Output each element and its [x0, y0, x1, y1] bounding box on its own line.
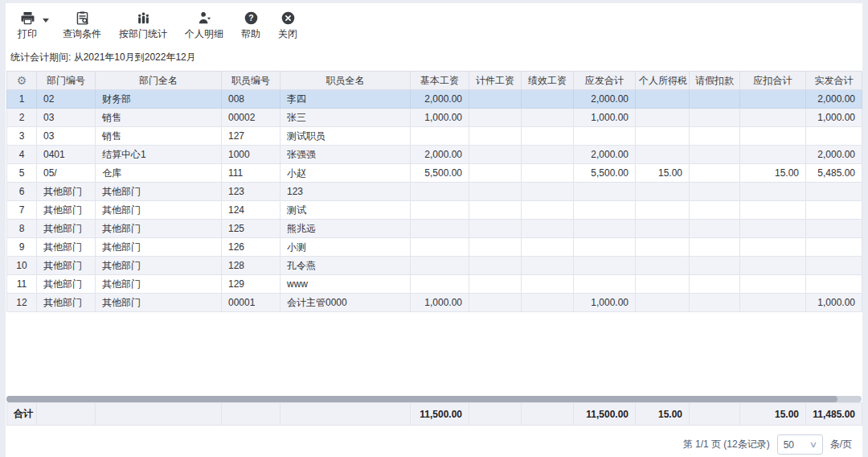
cell[interactable]	[740, 275, 806, 294]
cell[interactable]: 张强强	[280, 146, 411, 164]
cell[interactable]	[690, 90, 740, 109]
column-header-11[interactable]: 应扣合计	[740, 72, 806, 90]
cell[interactable]	[574, 127, 636, 146]
cell[interactable]: 02	[37, 90, 96, 109]
cell[interactable]: 03	[37, 109, 96, 127]
cell[interactable]	[636, 90, 690, 109]
cell[interactable]: 销售	[96, 127, 222, 146]
cell[interactable]	[690, 146, 740, 164]
cell[interactable]	[636, 257, 690, 275]
cell[interactable]: 6	[7, 183, 37, 201]
cell[interactable]: 其他部门	[96, 257, 222, 275]
cell[interactable]: 其他部门	[96, 275, 222, 294]
cell[interactable]	[469, 164, 522, 183]
cell[interactable]: 其他部门	[37, 238, 96, 257]
cell[interactable]: 129	[222, 275, 280, 294]
cell[interactable]	[469, 201, 522, 220]
cell[interactable]: 结算中心1	[96, 146, 222, 164]
cell[interactable]	[690, 220, 740, 238]
cell[interactable]	[806, 127, 862, 146]
cell[interactable]: 财务部	[96, 90, 222, 109]
cell[interactable]: 其他部门	[37, 201, 96, 220]
table-row-10[interactable]: 10其他部门其他部门128孔令燕	[7, 257, 862, 275]
cell[interactable]	[522, 275, 574, 294]
cell[interactable]: 小赵	[280, 164, 411, 183]
cell[interactable]	[636, 127, 690, 146]
cell[interactable]	[522, 220, 574, 238]
column-header-10[interactable]: 请假扣款	[690, 72, 740, 90]
cell[interactable]	[636, 220, 690, 238]
table-row-11[interactable]: 11其他部门其他部门129www	[7, 275, 862, 294]
table-row-2[interactable]: 203销售00002张三1,000.001,000.001,000.00	[7, 109, 862, 127]
table-row-4[interactable]: 40401结算中心11000张强强2,000.002,000.002,000.0…	[7, 146, 862, 164]
table-row-3[interactable]: 303销售127测试职员	[7, 127, 862, 146]
cell[interactable]	[522, 164, 574, 183]
cell[interactable]: 2,000.00	[806, 90, 862, 109]
cell[interactable]: 熊兆远	[280, 220, 411, 238]
query-conditions-button[interactable]: 查询条件	[54, 9, 110, 41]
cell[interactable]	[690, 127, 740, 146]
cell[interactable]	[411, 220, 469, 238]
cell[interactable]	[740, 220, 806, 238]
cell[interactable]	[469, 275, 522, 294]
print-dropdown-caret-icon[interactable]	[43, 19, 49, 23]
cell[interactable]: 1,000.00	[574, 294, 636, 312]
cell[interactable]	[636, 238, 690, 257]
column-header-4[interactable]: 职员全名	[280, 72, 411, 90]
cell[interactable]: 会计主管0000	[280, 294, 411, 312]
column-header-3[interactable]: 职员编号	[222, 72, 280, 90]
cell[interactable]: 15.00	[740, 164, 806, 183]
cell[interactable]	[806, 201, 862, 220]
cell[interactable]	[411, 275, 469, 294]
cell[interactable]: 其他部门	[96, 220, 222, 238]
cell[interactable]	[574, 183, 636, 201]
cell[interactable]: 2,000.00	[411, 90, 469, 109]
cell[interactable]	[522, 109, 574, 127]
cell[interactable]	[806, 275, 862, 294]
cell[interactable]: 8	[7, 220, 37, 238]
cell[interactable]: 其他部门	[37, 275, 96, 294]
cell[interactable]: 其他部门	[37, 257, 96, 275]
cell[interactable]: 其他部门	[37, 294, 96, 312]
cell[interactable]: 2	[7, 109, 37, 127]
cell[interactable]	[636, 109, 690, 127]
column-header-9[interactable]: 个人所得税	[636, 72, 690, 90]
cell[interactable]	[740, 127, 806, 146]
cell[interactable]: 其他部门	[96, 201, 222, 220]
cell[interactable]: 1000	[222, 146, 280, 164]
table-row-5[interactable]: 505/仓库111小赵5,500.005,500.0015.0015.005,4…	[7, 164, 862, 183]
cell[interactable]	[740, 238, 806, 257]
table-row-7[interactable]: 7其他部门其他部门124测试	[7, 201, 862, 220]
cell[interactable]: www	[280, 275, 411, 294]
cell[interactable]: 5,485.00	[806, 164, 862, 183]
close-button[interactable]: 关闭	[269, 9, 306, 41]
cell[interactable]: 11	[7, 275, 37, 294]
cell[interactable]	[469, 257, 522, 275]
cell[interactable]	[636, 275, 690, 294]
cell[interactable]: 其他部门	[37, 183, 96, 201]
cell[interactable]	[469, 294, 522, 312]
column-header-8[interactable]: 应发合计	[574, 72, 636, 90]
page-size-select[interactable]: 50 ∨	[777, 434, 823, 455]
cell[interactable]: 1,000.00	[411, 109, 469, 127]
cell[interactable]: 123	[280, 183, 411, 201]
cell[interactable]: 5,500.00	[574, 164, 636, 183]
cell[interactable]: 128	[222, 257, 280, 275]
cell[interactable]: 仓库	[96, 164, 222, 183]
cell[interactable]: 5,500.00	[411, 164, 469, 183]
cell[interactable]: 111	[222, 164, 280, 183]
cell[interactable]: 其他部门	[96, 294, 222, 312]
cell[interactable]	[636, 294, 690, 312]
cell[interactable]	[411, 201, 469, 220]
cell[interactable]	[636, 183, 690, 201]
cell[interactable]	[469, 220, 522, 238]
cell[interactable]	[469, 90, 522, 109]
cell[interactable]	[690, 257, 740, 275]
cell[interactable]	[522, 257, 574, 275]
cell[interactable]	[522, 127, 574, 146]
cell[interactable]	[574, 257, 636, 275]
cell[interactable]: 008	[222, 90, 280, 109]
cell[interactable]: 127	[222, 127, 280, 146]
column-header-12[interactable]: 实发合计	[806, 72, 862, 90]
cell[interactable]	[690, 275, 740, 294]
